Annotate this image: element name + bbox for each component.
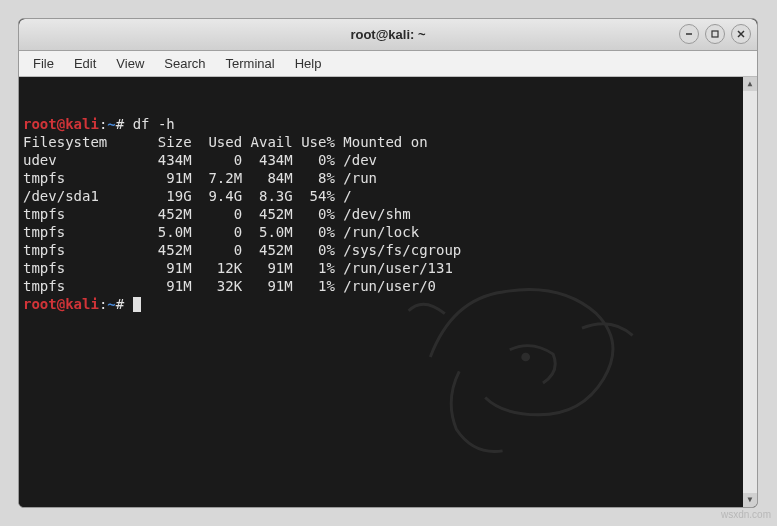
window-title: root@kali: ~: [350, 27, 425, 42]
scrollbar[interactable]: ▲ ▼: [743, 77, 757, 507]
df-row: tmpfs 5.0M 0 5.0M 0% /run/lock: [23, 224, 419, 240]
svg-rect-1: [712, 31, 718, 37]
command-text: df -h: [133, 116, 175, 132]
prompt-user: root: [23, 296, 57, 312]
menu-view[interactable]: View: [106, 53, 154, 74]
menu-file[interactable]: File: [23, 53, 64, 74]
terminal-window: root@kali: ~ File Edit View Search Termi…: [18, 18, 758, 508]
cursor: [133, 297, 141, 312]
prompt-host: kali: [65, 116, 99, 132]
prompt-hash: #: [116, 116, 124, 132]
df-row: tmpfs 452M 0 452M 0% /sys/fs/cgroup: [23, 242, 461, 258]
prompt-user: root: [23, 116, 57, 132]
menu-help[interactable]: Help: [285, 53, 332, 74]
df-row: tmpfs 91M 12K 91M 1% /run/user/131: [23, 260, 453, 276]
scroll-up-icon[interactable]: ▲: [743, 77, 757, 91]
prompt-hash: #: [116, 296, 124, 312]
svg-point-4: [521, 353, 530, 362]
window-controls: [679, 24, 751, 44]
df-row: udev 434M 0 434M 0% /dev: [23, 152, 377, 168]
menubar: File Edit View Search Terminal Help: [19, 51, 757, 77]
df-row: tmpfs 91M 7.2M 84M 8% /run: [23, 170, 377, 186]
prompt-host: kali: [65, 296, 99, 312]
minimize-button[interactable]: [679, 24, 699, 44]
menu-edit[interactable]: Edit: [64, 53, 106, 74]
prompt-path: ~: [107, 116, 115, 132]
menu-search[interactable]: Search: [154, 53, 215, 74]
df-row: /dev/sda1 19G 9.4G 8.3G 54% /: [23, 188, 352, 204]
df-row: tmpfs 452M 0 452M 0% /dev/shm: [23, 206, 411, 222]
maximize-button[interactable]: [705, 24, 725, 44]
close-button[interactable]: [731, 24, 751, 44]
titlebar[interactable]: root@kali: ~: [19, 19, 757, 51]
prompt-at: @: [57, 116, 65, 132]
page-watermark: wsxdn.com: [721, 509, 771, 520]
df-header: Filesystem Size Used Avail Use% Mounted …: [23, 134, 428, 150]
menu-terminal[interactable]: Terminal: [216, 53, 285, 74]
scroll-down-icon[interactable]: ▼: [743, 493, 757, 507]
prompt-at: @: [57, 296, 65, 312]
prompt-path: ~: [107, 296, 115, 312]
df-row: tmpfs 91M 32K 91M 1% /run/user/0: [23, 278, 436, 294]
terminal-body[interactable]: root@kali:~# df -h Filesystem Size Used …: [19, 77, 757, 507]
